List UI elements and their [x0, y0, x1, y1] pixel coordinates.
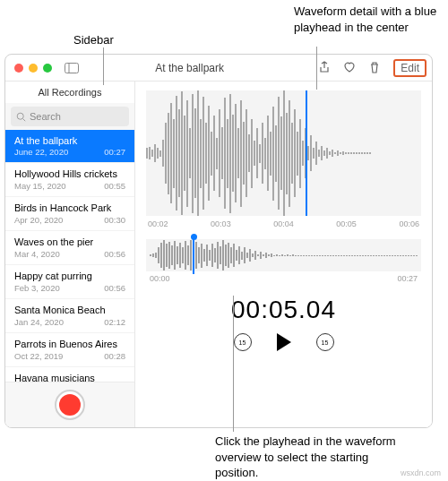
- current-time: 00:05.04: [146, 296, 421, 324]
- playback-controls: 15 15: [146, 333, 421, 351]
- overview-playhead-icon[interactable]: [193, 236, 194, 274]
- trash-icon[interactable]: [368, 61, 381, 75]
- share-icon[interactable]: [318, 61, 331, 75]
- svg-line-3: [23, 118, 25, 120]
- callout-sidebar: Sidebar: [73, 32, 114, 48]
- list-item[interactable]: Birds in Hancock ParkApr 20, 202000:30: [5, 197, 134, 231]
- playhead-icon[interactable]: [306, 90, 307, 216]
- sidebar-header: All Recordings: [5, 82, 134, 103]
- titlebar: At the ballpark Edit: [5, 55, 432, 82]
- skip-forward-button[interactable]: 15: [316, 333, 334, 351]
- list-item[interactable]: Havana musiciansAug 25, 201901:07: [5, 367, 134, 382]
- main-panel: 00:0200:0300:0400:0500:06 00:00 00:27 00…: [135, 82, 432, 427]
- svg-rect-0: [65, 63, 79, 73]
- list-item[interactable]: Hollywood Hills cricketsMay 15, 202000:5…: [5, 163, 134, 197]
- play-button[interactable]: [275, 333, 293, 351]
- favorite-icon[interactable]: [343, 61, 356, 75]
- list-item[interactable]: Parrots in Buenos AiresOct 22, 201900:28: [5, 333, 134, 367]
- sidebar: All Recordings Search At the ballparkJun…: [5, 82, 135, 427]
- sidebar-toggle-icon[interactable]: [65, 61, 79, 75]
- svg-point-2: [17, 113, 23, 119]
- callout-waveform: Waveform detail with a blue playhead in …: [294, 4, 437, 35]
- recording-list: At the ballparkJune 22, 202000:27Hollywo…: [5, 130, 134, 382]
- callout-overview: Click the playhead in the waveform overv…: [215, 434, 403, 481]
- overview-labels: 00:00 00:27: [146, 271, 421, 283]
- watermark: wsxdn.com: [401, 468, 441, 477]
- maximize-window-button[interactable]: [43, 64, 52, 73]
- waveform-overview[interactable]: [146, 239, 421, 271]
- app-window: At the ballpark Edit All Recordings Sear…: [4, 54, 433, 428]
- list-item[interactable]: Happy cat purringFeb 3, 202000:56: [5, 265, 134, 299]
- window-title: At the ballpark: [79, 62, 318, 74]
- timeline-ruler: 00:0200:0300:0400:0500:06: [146, 216, 421, 239]
- list-item[interactable]: Santa Monica BeachJan 24, 202002:12: [5, 299, 134, 333]
- waveform-detail[interactable]: [146, 90, 421, 216]
- close-window-button[interactable]: [14, 64, 23, 73]
- search-input[interactable]: Search: [11, 107, 129, 126]
- list-item[interactable]: Waves on the pierMar 4, 202000:56: [5, 231, 134, 265]
- search-placeholder: Search: [30, 111, 61, 122]
- minimize-window-button[interactable]: [29, 64, 38, 73]
- list-item[interactable]: At the ballparkJune 22, 202000:27: [5, 130, 134, 163]
- skip-back-button[interactable]: 15: [234, 333, 252, 351]
- record-button[interactable]: [55, 390, 85, 420]
- edit-button[interactable]: Edit: [393, 59, 426, 77]
